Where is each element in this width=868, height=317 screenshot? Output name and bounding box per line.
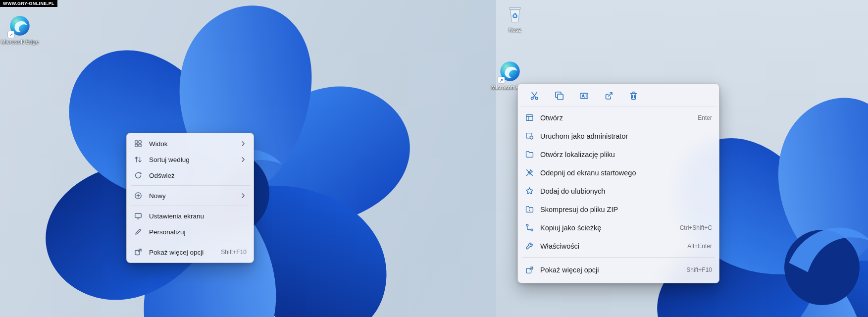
menu-item-label: Właściwości xyxy=(540,242,680,250)
menu-item-shortcut: Ctrl+Shift+C xyxy=(680,224,712,231)
context-menu-toolbar xyxy=(520,86,716,106)
menu-item-pokaz-wiecej-opcji[interactable]: Pokaż więcej opcji Shift+F10 xyxy=(129,244,251,260)
menu-item-personalizuj[interactable]: Personalizuj xyxy=(129,224,251,240)
recycle-bin-icon: ♻ xyxy=(504,3,526,25)
menu-item-label: Nowy xyxy=(149,192,233,200)
chevron-right-icon xyxy=(240,192,247,199)
menu-item-label: Odśwież xyxy=(149,172,247,179)
refresh-icon xyxy=(134,171,143,180)
menu-item-kopiuj-jako-sciezke[interactable]: Kopiuj jako ścieżkę Ctrl+Shift+C xyxy=(520,218,716,237)
cut-icon[interactable] xyxy=(528,90,540,102)
menu-item-label: Widok xyxy=(149,140,233,148)
shortcut-arrow-icon: ↗ xyxy=(8,31,14,38)
menu-item-odepnij-od-ekranu-startowego[interactable]: Odepnij od ekranu startowego xyxy=(520,163,716,182)
open-window-icon xyxy=(525,113,534,122)
desktop-icon-recycle-bin[interactable]: ♻ Kosz xyxy=(494,3,536,33)
run-as-admin-icon xyxy=(525,132,534,141)
file-context-menu: Otwórz Enter Uruchom jako administrator … xyxy=(517,83,719,283)
personalize-brush-icon xyxy=(134,227,143,236)
shortcut-arrow-icon: ↗ xyxy=(498,77,505,83)
menu-separator xyxy=(131,206,250,206)
edge-icon: ↗ xyxy=(9,15,31,37)
menu-item-nowy[interactable]: Nowy xyxy=(129,188,251,204)
watermark: WWW.GRY-ONLINE.PL xyxy=(0,0,57,7)
edge-icon: ↗ xyxy=(499,60,521,82)
menu-item-label: Odepnij od ekranu startowego xyxy=(540,169,712,177)
more-options-icon xyxy=(525,265,534,274)
copy-icon[interactable] xyxy=(553,90,565,102)
menu-item-uruchom-jako-administrator[interactable]: Uruchom jako administrator xyxy=(520,127,716,145)
sort-icon xyxy=(134,155,143,164)
desktop-context-menu: Widok Sortuj według Odśwież Nowy xyxy=(126,133,254,263)
desktop-icon-label: Kosz xyxy=(509,26,521,33)
unpin-icon xyxy=(525,168,534,177)
menu-item-otworz-lokalizacje-pliku[interactable]: Otwórz lokalizację pliku xyxy=(520,145,716,163)
menu-item-otworz[interactable]: Otwórz Enter xyxy=(520,108,716,127)
menu-item-skompresuj-do-zip[interactable]: Skompresuj do pliku ZIP xyxy=(520,200,716,218)
display-settings-icon xyxy=(134,211,143,220)
menu-separator xyxy=(131,185,250,186)
zip-folder-icon xyxy=(525,205,534,214)
menu-item-wlasciwosci[interactable]: Właściwości Alt+Enter xyxy=(520,237,716,255)
folder-location-icon xyxy=(525,150,534,159)
copy-path-icon xyxy=(525,223,534,232)
menu-item-label: Kopiuj jako ścieżkę xyxy=(540,224,673,232)
chevron-right-icon xyxy=(240,140,247,147)
menu-item-ustawienia-ekranu[interactable]: Ustawienia ekranu xyxy=(129,208,251,224)
menu-item-label: Skompresuj do pliku ZIP xyxy=(540,206,712,213)
menu-item-label: Pokaż więcej opcji xyxy=(149,249,214,256)
menu-item-pokaz-wiecej-opcji[interactable]: Pokaż więcej opcji Shift+F10 xyxy=(520,260,716,280)
delete-icon[interactable] xyxy=(627,90,639,102)
desktop-icon-edge-left[interactable]: ↗ Microsoft Edge xyxy=(0,15,41,45)
menu-item-label: Uruchom jako administrator xyxy=(540,132,712,140)
properties-wrench-icon xyxy=(525,242,534,251)
menu-item-label: Sortuj według xyxy=(149,156,233,163)
more-options-icon xyxy=(134,248,143,257)
menu-item-label: Ustawienia ekranu xyxy=(149,212,247,220)
menu-item-label: Otwórz xyxy=(540,114,691,122)
svg-text:♻: ♻ xyxy=(512,12,518,20)
rename-icon[interactable] xyxy=(578,90,590,102)
menu-item-label: Pokaż więcej opcji xyxy=(540,266,679,274)
chevron-right-icon xyxy=(240,156,247,163)
new-plus-icon xyxy=(134,191,143,200)
share-icon[interactable] xyxy=(603,90,614,102)
menu-item-sortuj-wedlug[interactable]: Sortuj według xyxy=(129,152,251,167)
menu-item-label: Personalizuj xyxy=(149,228,247,236)
menu-item-shortcut: Enter xyxy=(698,114,712,121)
menu-item-shortcut: Alt+Enter xyxy=(687,243,712,250)
menu-separator xyxy=(131,242,250,242)
menu-item-shortcut: Shift+F10 xyxy=(686,266,712,273)
desktop[interactable]: WWW.GRY-ONLINE.PL ↗ Microsoft Edge ♻ Kos… xyxy=(0,0,868,317)
menu-item-label: Dodaj do ulubionych xyxy=(540,187,712,195)
menu-item-dodaj-do-ulubionych[interactable]: Dodaj do ulubionych xyxy=(520,182,716,200)
menu-item-odswiez[interactable]: Odśwież xyxy=(129,167,251,183)
menu-separator xyxy=(522,257,715,258)
star-icon xyxy=(525,187,534,196)
menu-item-shortcut: Shift+F10 xyxy=(221,249,247,256)
desktop-icon-label: Microsoft Edge xyxy=(1,38,39,45)
menu-item-widok[interactable]: Widok xyxy=(129,136,251,152)
view-grid-icon xyxy=(134,139,143,148)
menu-item-label: Otwórz lokalizację pliku xyxy=(540,151,712,158)
